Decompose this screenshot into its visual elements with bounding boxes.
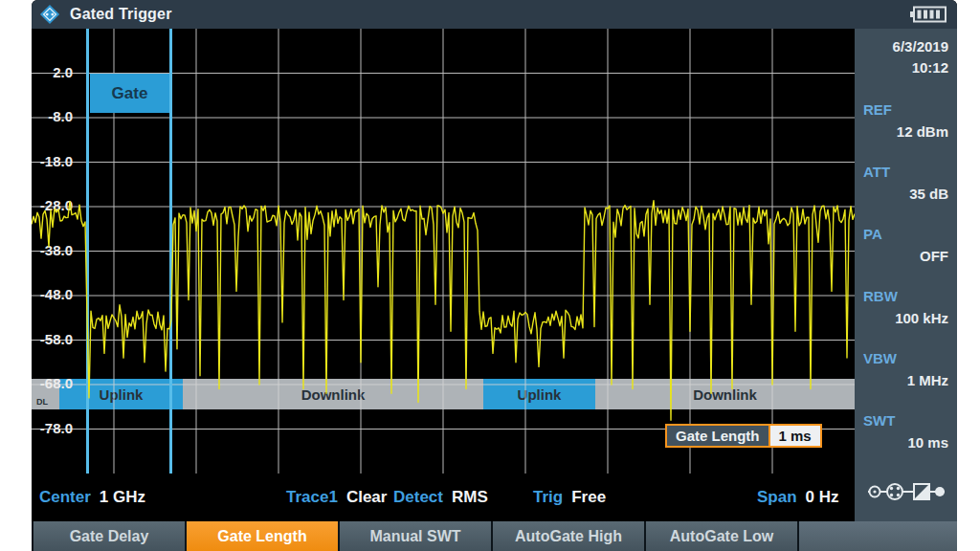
page-title: Gated Trigger — [70, 6, 172, 23]
status-trace-mode[interactable]: Trace1 Clear — [286, 488, 387, 507]
y-axis-label: -18.0 — [32, 153, 73, 169]
softkey-bar: Gate DelayGate LengthManual SWTAutoGate … — [32, 521, 957, 551]
status-detector[interactable]: Detect RMS — [393, 488, 488, 507]
band-segment-downlink: Downlink — [595, 379, 855, 409]
y-axis-label: -8.0 — [32, 108, 73, 124]
gate-end-marker-line[interactable] — [169, 29, 172, 474]
battery-icon — [909, 5, 947, 28]
status-span[interactable]: Span 0 Hz — [757, 488, 839, 507]
y-axis-label: -78.0 — [32, 420, 73, 436]
title-bar: Gated Trigger — [32, 0, 957, 29]
param-att: ATT 35 dB — [863, 164, 948, 203]
param-rbw: RBW 100 kHz — [863, 288, 948, 327]
band-segment-uplink: Uplink — [483, 379, 595, 409]
gate-region-label: Gate — [112, 84, 148, 103]
rohde-schwarz-logo-icon — [39, 4, 60, 25]
softkey-gate-delay[interactable]: Gate Delay — [33, 521, 185, 551]
rf-signal-path-icon — [866, 479, 947, 508]
y-axis-label: -48.0 — [32, 286, 73, 302]
y-axis-label: -68.0 — [32, 375, 73, 391]
instrument-screen: Gated Trigger DLUplinkDownlinkUplinkDown… — [32, 0, 957, 551]
y-axis-label: 2.0 — [32, 64, 73, 80]
settings-sidebar: 6/3/2019 10:12 REF 12 dBm ATT 35 dB PA O… — [855, 29, 957, 521]
param-ref: REF 12 dBm — [863, 101, 948, 141]
y-axis-label: -38.0 — [32, 242, 73, 258]
y-axis-label: -58.0 — [32, 331, 73, 347]
param-pa: PA OFF — [863, 226, 948, 265]
gate-length-entry-value[interactable]: 1 ms — [768, 426, 820, 446]
status-bar: Center 1 GHz Trace1 Clear Detect RMS Tri… — [32, 474, 855, 521]
y-axis-label: -28.0 — [32, 197, 73, 213]
measurement-plot: DLUplinkDownlinkUplinkDownlink Gate — [32, 29, 855, 474]
softkey-gate-length[interactable]: Gate Length — [187, 521, 338, 551]
softkey-autogate-high[interactable]: AutoGate High — [493, 521, 644, 551]
softkey-manual-swt[interactable]: Manual SWT — [340, 521, 491, 551]
date-display: 6/3/2019 — [863, 36, 948, 57]
status-trigger[interactable]: Trig Free — [533, 488, 606, 507]
softkey-empty-area — [799, 521, 957, 551]
gate-region-box: Gate — [90, 74, 169, 113]
band-segment-downlink: Downlink — [183, 379, 483, 409]
softkey-autogate-low[interactable]: AutoGate Low — [646, 521, 797, 551]
gate-start-marker-line[interactable] — [86, 29, 89, 474]
param-vbw: VBW 1 MHz — [863, 350, 948, 389]
band-segment-uplink: Uplink — [59, 379, 183, 409]
gate-length-entry[interactable]: Gate Length 1 ms — [665, 424, 822, 448]
timeslot-band: DLUplinkDownlinkUplinkDownlink — [32, 379, 855, 409]
status-center-frequency[interactable]: Center 1 GHz — [39, 488, 145, 507]
gate-length-entry-label: Gate Length — [667, 426, 768, 446]
time-display: 10:12 — [863, 57, 948, 78]
param-swt: SWT 10 ms — [863, 412, 948, 452]
